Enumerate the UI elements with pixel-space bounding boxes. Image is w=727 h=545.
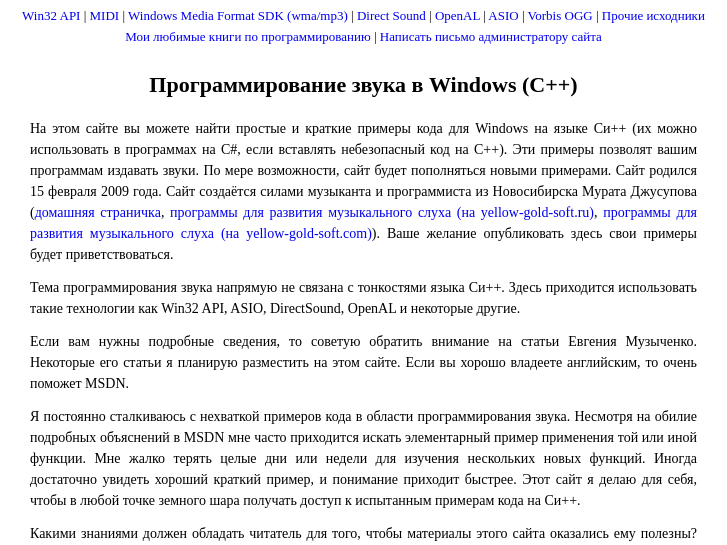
nav-openal[interactable]: OpenAL xyxy=(435,8,480,23)
paragraph-3: Если вам нужны подробные сведения, то со… xyxy=(30,331,697,394)
page-title: Программирование звука в Windows (C++) xyxy=(30,72,697,98)
nav-other-sources[interactable]: Прочие исходники xyxy=(602,8,705,23)
paragraph-2: Тема программирования звука напрямую не … xyxy=(30,277,697,319)
nav-books[interactable]: Мои любимые книги по программированию xyxy=(125,29,371,44)
nav-directsound[interactable]: Direct Sound xyxy=(357,8,426,23)
paragraph-4: Я постоянно сталкиваюсь с нехваткой прим… xyxy=(30,406,697,511)
main-content: Программирование звука в Windows (C++) Н… xyxy=(0,52,727,545)
nav-win32api[interactable]: Win32 API xyxy=(22,8,80,23)
nav-asio[interactable]: ASIO xyxy=(488,8,518,23)
navigation-bar: Win32 API | MIDI | Windows Media Format … xyxy=(0,0,727,52)
nav-vorbis[interactable]: Vorbis OGG xyxy=(528,8,593,23)
link-musicapp-ru[interactable]: программы для развития музыкального слух… xyxy=(170,205,594,220)
nav-midi[interactable]: MIDI xyxy=(90,8,120,23)
paragraph-5: Какими знаниями должен обладать читатель… xyxy=(30,523,697,545)
paragraph-1: На этом сайте вы можете найти простые и … xyxy=(30,118,697,265)
nav-wmamedia[interactable]: Windows Media Format SDK (wma/mp3) xyxy=(128,8,348,23)
link-homepage[interactable]: домашняя страничка xyxy=(35,205,161,220)
nav-mail[interactable]: Написать письмо администратору сайта xyxy=(380,29,602,44)
